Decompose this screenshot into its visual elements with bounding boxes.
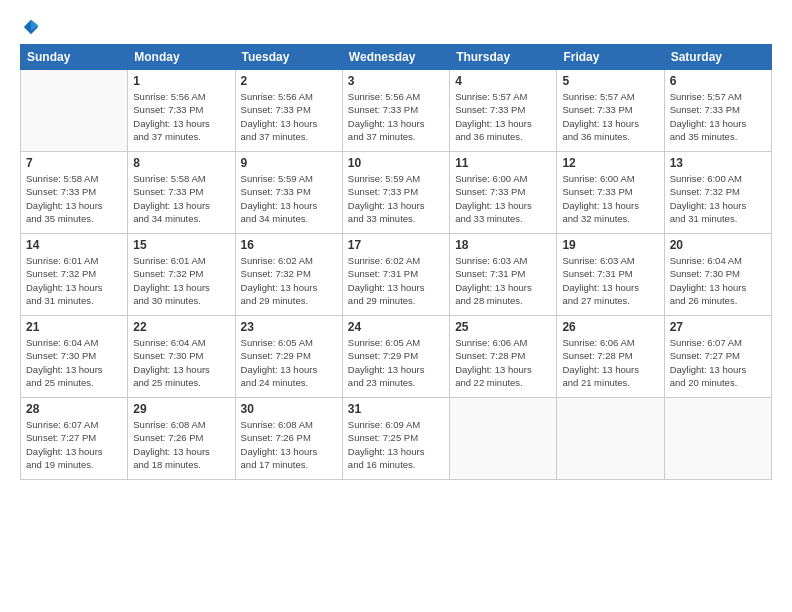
page: SundayMondayTuesdayWednesdayThursdayFrid… [0, 0, 792, 612]
calendar-table: SundayMondayTuesdayWednesdayThursdayFrid… [20, 44, 772, 480]
day-info: Sunrise: 6:00 AM Sunset: 7:33 PM Dayligh… [562, 172, 658, 225]
calendar-cell: 9Sunrise: 5:59 AM Sunset: 7:33 PM Daylig… [235, 152, 342, 234]
day-info: Sunrise: 5:59 AM Sunset: 7:33 PM Dayligh… [348, 172, 444, 225]
day-number: 27 [670, 320, 766, 334]
day-number: 14 [26, 238, 122, 252]
calendar-cell: 14Sunrise: 6:01 AM Sunset: 7:32 PM Dayli… [21, 234, 128, 316]
day-info: Sunrise: 5:59 AM Sunset: 7:33 PM Dayligh… [241, 172, 337, 225]
day-info: Sunrise: 6:05 AM Sunset: 7:29 PM Dayligh… [348, 336, 444, 389]
day-info: Sunrise: 5:57 AM Sunset: 7:33 PM Dayligh… [670, 90, 766, 143]
day-number: 1 [133, 74, 229, 88]
calendar-cell: 28Sunrise: 6:07 AM Sunset: 7:27 PM Dayli… [21, 398, 128, 480]
calendar-cell: 18Sunrise: 6:03 AM Sunset: 7:31 PM Dayli… [450, 234, 557, 316]
day-header-thursday: Thursday [450, 45, 557, 70]
calendar-cell: 5Sunrise: 5:57 AM Sunset: 7:33 PM Daylig… [557, 70, 664, 152]
calendar-cell: 19Sunrise: 6:03 AM Sunset: 7:31 PM Dayli… [557, 234, 664, 316]
day-number: 31 [348, 402, 444, 416]
day-number: 2 [241, 74, 337, 88]
day-number: 12 [562, 156, 658, 170]
day-header-tuesday: Tuesday [235, 45, 342, 70]
day-info: Sunrise: 5:58 AM Sunset: 7:33 PM Dayligh… [26, 172, 122, 225]
day-number: 23 [241, 320, 337, 334]
day-info: Sunrise: 5:58 AM Sunset: 7:33 PM Dayligh… [133, 172, 229, 225]
calendar-cell: 11Sunrise: 6:00 AM Sunset: 7:33 PM Dayli… [450, 152, 557, 234]
day-number: 18 [455, 238, 551, 252]
calendar-cell: 29Sunrise: 6:08 AM Sunset: 7:26 PM Dayli… [128, 398, 235, 480]
day-number: 13 [670, 156, 766, 170]
day-number: 15 [133, 238, 229, 252]
day-header-sunday: Sunday [21, 45, 128, 70]
day-number: 11 [455, 156, 551, 170]
calendar-cell [21, 70, 128, 152]
calendar-cell: 4Sunrise: 5:57 AM Sunset: 7:33 PM Daylig… [450, 70, 557, 152]
day-header-wednesday: Wednesday [342, 45, 449, 70]
day-info: Sunrise: 6:01 AM Sunset: 7:32 PM Dayligh… [133, 254, 229, 307]
day-header-monday: Monday [128, 45, 235, 70]
day-info: Sunrise: 6:02 AM Sunset: 7:32 PM Dayligh… [241, 254, 337, 307]
day-header-saturday: Saturday [664, 45, 771, 70]
day-info: Sunrise: 5:56 AM Sunset: 7:33 PM Dayligh… [241, 90, 337, 143]
day-number: 7 [26, 156, 122, 170]
header-row: SundayMondayTuesdayWednesdayThursdayFrid… [21, 45, 772, 70]
day-number: 3 [348, 74, 444, 88]
day-number: 6 [670, 74, 766, 88]
logo [20, 18, 40, 36]
day-header-friday: Friday [557, 45, 664, 70]
calendar-cell: 27Sunrise: 6:07 AM Sunset: 7:27 PM Dayli… [664, 316, 771, 398]
calendar-cell: 16Sunrise: 6:02 AM Sunset: 7:32 PM Dayli… [235, 234, 342, 316]
calendar-cell: 20Sunrise: 6:04 AM Sunset: 7:30 PM Dayli… [664, 234, 771, 316]
day-info: Sunrise: 6:04 AM Sunset: 7:30 PM Dayligh… [133, 336, 229, 389]
day-info: Sunrise: 5:56 AM Sunset: 7:33 PM Dayligh… [348, 90, 444, 143]
day-info: Sunrise: 6:09 AM Sunset: 7:25 PM Dayligh… [348, 418, 444, 471]
day-info: Sunrise: 6:08 AM Sunset: 7:26 PM Dayligh… [133, 418, 229, 471]
calendar-cell: 10Sunrise: 5:59 AM Sunset: 7:33 PM Dayli… [342, 152, 449, 234]
day-number: 8 [133, 156, 229, 170]
calendar-cell [450, 398, 557, 480]
day-info: Sunrise: 6:06 AM Sunset: 7:28 PM Dayligh… [455, 336, 551, 389]
calendar-cell: 22Sunrise: 6:04 AM Sunset: 7:30 PM Dayli… [128, 316, 235, 398]
logo-icon [22, 18, 40, 36]
day-info: Sunrise: 6:00 AM Sunset: 7:32 PM Dayligh… [670, 172, 766, 225]
calendar-cell: 12Sunrise: 6:00 AM Sunset: 7:33 PM Dayli… [557, 152, 664, 234]
calendar-cell: 6Sunrise: 5:57 AM Sunset: 7:33 PM Daylig… [664, 70, 771, 152]
day-info: Sunrise: 6:06 AM Sunset: 7:28 PM Dayligh… [562, 336, 658, 389]
day-info: Sunrise: 5:56 AM Sunset: 7:33 PM Dayligh… [133, 90, 229, 143]
day-number: 10 [348, 156, 444, 170]
week-row-4: 21Sunrise: 6:04 AM Sunset: 7:30 PM Dayli… [21, 316, 772, 398]
day-number: 26 [562, 320, 658, 334]
calendar-cell: 24Sunrise: 6:05 AM Sunset: 7:29 PM Dayli… [342, 316, 449, 398]
day-info: Sunrise: 6:00 AM Sunset: 7:33 PM Dayligh… [455, 172, 551, 225]
day-number: 30 [241, 402, 337, 416]
calendar-cell [557, 398, 664, 480]
calendar-cell: 21Sunrise: 6:04 AM Sunset: 7:30 PM Dayli… [21, 316, 128, 398]
calendar-cell: 2Sunrise: 5:56 AM Sunset: 7:33 PM Daylig… [235, 70, 342, 152]
day-info: Sunrise: 6:05 AM Sunset: 7:29 PM Dayligh… [241, 336, 337, 389]
day-number: 4 [455, 74, 551, 88]
calendar-cell: 31Sunrise: 6:09 AM Sunset: 7:25 PM Dayli… [342, 398, 449, 480]
day-number: 29 [133, 402, 229, 416]
day-number: 16 [241, 238, 337, 252]
calendar-cell: 17Sunrise: 6:02 AM Sunset: 7:31 PM Dayli… [342, 234, 449, 316]
week-row-5: 28Sunrise: 6:07 AM Sunset: 7:27 PM Dayli… [21, 398, 772, 480]
calendar-cell: 13Sunrise: 6:00 AM Sunset: 7:32 PM Dayli… [664, 152, 771, 234]
day-info: Sunrise: 6:07 AM Sunset: 7:27 PM Dayligh… [670, 336, 766, 389]
day-info: Sunrise: 6:03 AM Sunset: 7:31 PM Dayligh… [562, 254, 658, 307]
header [20, 18, 772, 36]
day-number: 9 [241, 156, 337, 170]
day-info: Sunrise: 6:01 AM Sunset: 7:32 PM Dayligh… [26, 254, 122, 307]
calendar-cell: 7Sunrise: 5:58 AM Sunset: 7:33 PM Daylig… [21, 152, 128, 234]
calendar-cell: 8Sunrise: 5:58 AM Sunset: 7:33 PM Daylig… [128, 152, 235, 234]
week-row-3: 14Sunrise: 6:01 AM Sunset: 7:32 PM Dayli… [21, 234, 772, 316]
day-number: 20 [670, 238, 766, 252]
day-number: 19 [562, 238, 658, 252]
day-info: Sunrise: 6:07 AM Sunset: 7:27 PM Dayligh… [26, 418, 122, 471]
calendar-cell: 23Sunrise: 6:05 AM Sunset: 7:29 PM Dayli… [235, 316, 342, 398]
calendar-cell: 1Sunrise: 5:56 AM Sunset: 7:33 PM Daylig… [128, 70, 235, 152]
day-info: Sunrise: 6:08 AM Sunset: 7:26 PM Dayligh… [241, 418, 337, 471]
day-number: 21 [26, 320, 122, 334]
day-info: Sunrise: 6:02 AM Sunset: 7:31 PM Dayligh… [348, 254, 444, 307]
day-info: Sunrise: 5:57 AM Sunset: 7:33 PM Dayligh… [455, 90, 551, 143]
calendar-cell: 30Sunrise: 6:08 AM Sunset: 7:26 PM Dayli… [235, 398, 342, 480]
calendar-cell: 26Sunrise: 6:06 AM Sunset: 7:28 PM Dayli… [557, 316, 664, 398]
week-row-2: 7Sunrise: 5:58 AM Sunset: 7:33 PM Daylig… [21, 152, 772, 234]
